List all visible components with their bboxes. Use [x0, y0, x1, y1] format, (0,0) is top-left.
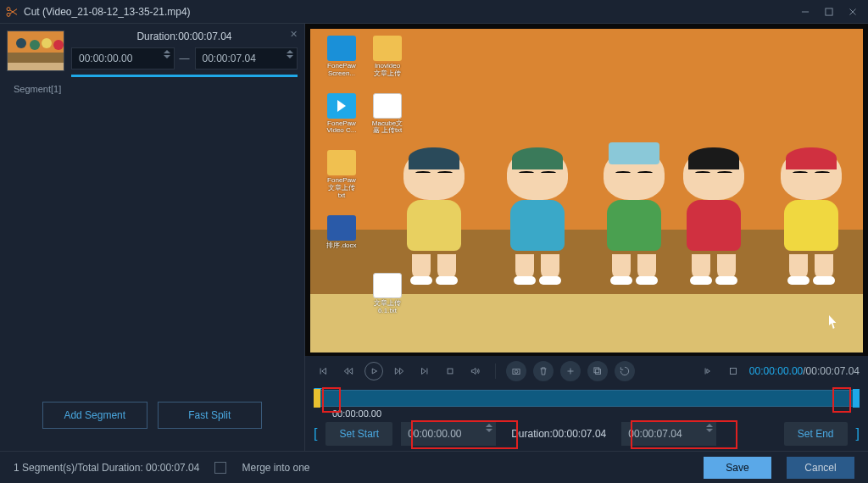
remove-segment-icon[interactable]: ✕: [290, 29, 298, 40]
screenshot-icon[interactable]: [506, 361, 526, 381]
start-dn-icon[interactable]: [164, 55, 170, 58]
merge-checkbox[interactable]: [214, 462, 226, 474]
svg-rect-3: [448, 369, 453, 374]
segment-name-label: Segment[1]: [7, 84, 298, 94]
svg-rect-8: [730, 369, 736, 375]
window-title: Cut (Video_21-08-12_13-35-21.mp4): [24, 6, 795, 18]
volume-icon[interactable]: [466, 362, 485, 380]
svg-rect-2: [826, 8, 832, 14]
svg-rect-6: [596, 369, 601, 375]
segment-start-input[interactable]: 00:00:00.00: [71, 47, 175, 69]
add-segment-button[interactable]: Add Segment: [42, 402, 147, 429]
end-dn-icon[interactable]: [287, 55, 293, 58]
end-up-icon[interactable]: [287, 50, 293, 53]
set-range-bar: [ Set Start 00:00:00.00 Duration:00:00:0…: [305, 417, 868, 451]
video-preview: FonePaw Screen... FonePaw Video C... Fon…: [310, 29, 863, 353]
segment-thumbnail: [7, 31, 64, 71]
timeline-track[interactable]: [314, 390, 860, 407]
save-button[interactable]: Save: [704, 457, 771, 479]
mark-out-icon[interactable]: [724, 362, 743, 380]
dash-label: —: [180, 53, 190, 64]
mark-in-icon[interactable]: [698, 362, 717, 380]
segment-panel: ✕ ⌄ Duration:00:00:07.04 00:00:00.00 — 0…: [0, 24, 305, 451]
play-icon[interactable]: [364, 362, 383, 380]
bracket-close-icon: ]: [856, 426, 860, 441]
undo-icon[interactable]: [615, 361, 635, 381]
segment-start-value: 00:00:00.00: [79, 53, 132, 64]
desktop-icon: Inovideo文章上传: [371, 36, 403, 78]
segment-end-value: 00:00:07.04: [203, 53, 256, 64]
annotation-end-handle: [832, 387, 851, 413]
svg-point-0: [7, 7, 10, 10]
annotation-start-input: [411, 420, 518, 449]
timeline[interactable]: 00:00:00.00: [305, 386, 868, 417]
time-display: 00:00:00.00/00:00:07.04: [749, 365, 860, 377]
svg-point-5: [515, 370, 518, 374]
desktop-icon: Macube文嘉 上传txt: [371, 93, 403, 136]
stop-icon[interactable]: [441, 362, 459, 380]
add-icon[interactable]: [560, 361, 581, 381]
rewind-icon[interactable]: [339, 362, 358, 380]
fast-split-button[interactable]: Fast Split: [158, 402, 263, 429]
bracket-open-icon: [: [314, 426, 317, 441]
scissors-icon: [5, 5, 19, 19]
delete-icon[interactable]: [533, 361, 554, 381]
set-end-button[interactable]: Set End: [784, 422, 848, 446]
segment-duration-label: Duration:00:00:07.04: [71, 31, 298, 42]
segment-progress[interactable]: [71, 75, 298, 77]
desktop-icon: 排序.docx: [326, 215, 358, 250]
annotation-end-input: [631, 420, 737, 449]
maximize-button[interactable]: [819, 3, 839, 21]
start-up-icon[interactable]: [164, 50, 170, 53]
segment-end-input[interactable]: 00:00:07.04: [195, 47, 298, 69]
annotation-start-handle: [322, 387, 341, 413]
skip-end-icon[interactable]: [415, 362, 434, 380]
skip-start-icon[interactable]: [314, 362, 332, 380]
desktop-icon: FonePaw Screen...: [326, 36, 358, 78]
titlebar: Cut (Video_21-08-12_13-35-21.mp4): [0, 0, 868, 24]
summary-label: 1 Segment(s)/Total Duration: 00:00:07.04: [14, 462, 199, 474]
footer: 1 Segment(s)/Total Duration: 00:00:07.04…: [0, 451, 868, 483]
set-start-button[interactable]: Set Start: [326, 422, 392, 446]
copy-icon[interactable]: [587, 361, 608, 381]
forward-icon[interactable]: [390, 362, 409, 380]
desktop-icon: FonePaw Video C...: [326, 93, 358, 136]
close-button[interactable]: [843, 3, 863, 21]
segment-row[interactable]: ✕ ⌄ Duration:00:00:07.04 00:00:00.00 — 0…: [7, 31, 298, 77]
playback-controls: 00:00:00.00/00:00:07.04: [305, 356, 868, 386]
svg-point-1: [7, 13, 10, 16]
merge-label: Merge into one: [242, 462, 309, 474]
cancel-button[interactable]: Cancel: [787, 457, 854, 479]
svg-rect-7: [594, 368, 599, 373]
duration-label: Duration:00:00:07.04: [511, 428, 606, 440]
cursor-icon: [829, 315, 839, 329]
desktop-icon: FonePaw文章上传txt: [326, 150, 358, 199]
minimize-button[interactable]: [795, 3, 815, 21]
